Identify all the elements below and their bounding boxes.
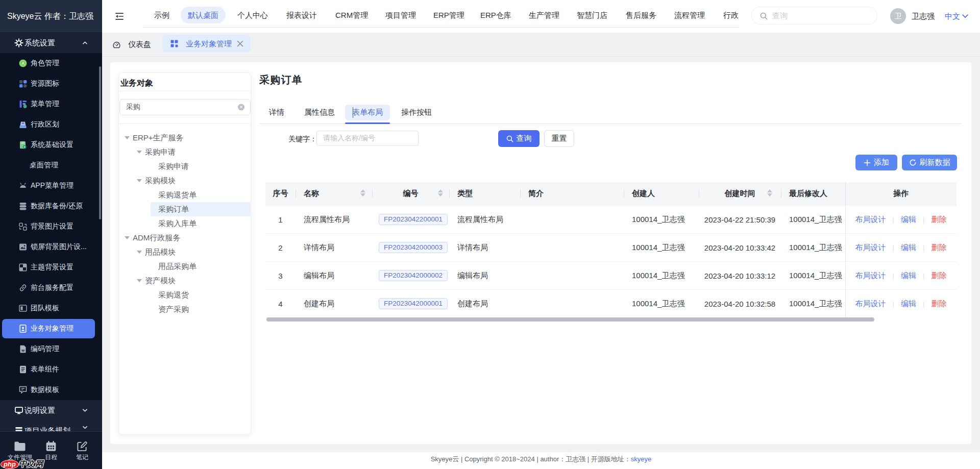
- svg-text:A: A: [21, 61, 24, 66]
- svg-text:w: w: [21, 348, 25, 353]
